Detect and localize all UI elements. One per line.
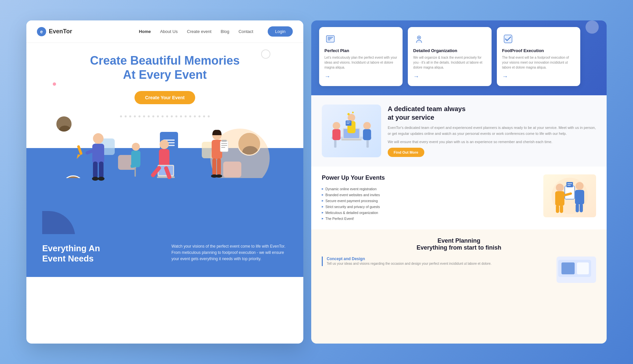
power-list: Dynamic online event registration Brande… <box>322 186 537 222</box>
card-title-1: Perfect Plan <box>324 48 397 53</box>
hero-section: ▶ Create Beautiful Memories At Every Eve… <box>26 43 303 234</box>
power-item-2: Branded event websites and invites <box>322 192 537 198</box>
bottom-right: Watch your visions of the perfect event … <box>171 243 287 262</box>
concept-title: Concept and Design <box>327 257 551 261</box>
svg-point-64 <box>556 184 564 192</box>
svg-rect-30 <box>221 147 225 148</box>
team-desc-2: We will ensure that every event you plan… <box>388 139 596 145</box>
nav-links: Home About Us Create event Blog Contact … <box>139 26 293 37</box>
svg-rect-74 <box>567 183 572 184</box>
svg-rect-47 <box>334 139 337 148</box>
card-arrow-3[interactable]: → <box>502 73 575 80</box>
svg-rect-27 <box>222 140 227 142</box>
ep-illustration <box>557 257 596 283</box>
svg-rect-53 <box>332 129 341 140</box>
svg-rect-73 <box>566 182 573 187</box>
svg-point-68 <box>576 182 584 190</box>
svg-rect-40 <box>328 37 333 38</box>
svg-point-44 <box>418 37 420 38</box>
svg-rect-57 <box>363 129 371 140</box>
svg-rect-79 <box>561 262 575 274</box>
feature-cards-section: Perfect Plan Let's meticulously plan the… <box>311 20 607 95</box>
nav-blog[interactable]: Blog <box>221 29 229 34</box>
svg-rect-72 <box>565 186 575 199</box>
svg-point-12 <box>92 177 99 181</box>
svg-rect-11 <box>99 162 104 178</box>
power-item-4: Strict security and privacy of guests <box>322 204 537 210</box>
power-title: Power Up Your Events <box>322 174 537 181</box>
hero-illustration <box>42 112 287 234</box>
concept-card: Concept and Design Tell us your ideas an… <box>322 257 551 266</box>
svg-rect-21 <box>157 176 175 178</box>
svg-rect-7 <box>62 178 286 211</box>
card-title-2: Detailed Organization <box>413 48 486 53</box>
nav-about[interactable]: About Us <box>160 29 177 34</box>
website-mockup: e EvenTor Home About Us Create event Blo… <box>26 20 303 344</box>
svg-rect-29 <box>221 145 227 146</box>
card-desc-2: We will organize & track the event preci… <box>413 55 486 70</box>
bottom-section: Everything AnEvent Needs Watch your visi… <box>26 234 303 277</box>
feature-card-1: Perfect Plan Let's meticulously plan the… <box>319 27 403 86</box>
svg-point-58 <box>347 113 350 115</box>
power-content: Power Up Your Events Dynamic online even… <box>322 174 537 222</box>
svg-rect-48 <box>367 139 369 148</box>
card-icon-3 <box>502 33 514 45</box>
bottom-title: Everything AnEvent Needs <box>42 243 158 264</box>
svg-rect-10 <box>93 162 98 178</box>
card-desc-3: The final event will be a foolproof exec… <box>502 55 575 70</box>
card-icon-1 <box>324 33 336 45</box>
svg-rect-61 <box>347 122 350 122</box>
power-illustration <box>543 174 596 217</box>
card-desc-1: Let's meticulously plan the perfect even… <box>324 55 397 70</box>
deco-blue-circle <box>586 20 599 34</box>
feature-card-3: FoolProof Execution The final event will… <box>497 27 580 86</box>
power-section: Power Up Your Events Dynamic online even… <box>311 167 607 229</box>
svg-rect-31 <box>212 158 216 175</box>
svg-rect-38 <box>135 167 136 177</box>
create-event-button[interactable]: Create Your Event <box>135 91 195 104</box>
svg-rect-80 <box>577 262 589 274</box>
nav-contact[interactable]: Contact <box>238 29 253 34</box>
svg-rect-75 <box>567 185 571 186</box>
svg-point-35 <box>132 143 140 151</box>
deco-pink <box>53 82 56 86</box>
svg-rect-66 <box>556 205 559 213</box>
illustration-people <box>62 119 286 211</box>
event-planning-title: Event PlanningEverything from start to f… <box>322 237 596 251</box>
hero-title: Create Beautiful Memories At Every Event <box>42 53 287 82</box>
find-out-button[interactable]: Find Out More <box>388 148 424 157</box>
svg-rect-69 <box>575 190 584 204</box>
svg-rect-70 <box>576 204 579 212</box>
logo[interactable]: e EvenTor <box>37 27 72 36</box>
svg-rect-9 <box>92 144 104 164</box>
power-item-5: Meticulous & detailed organization <box>322 210 537 216</box>
svg-rect-65 <box>555 191 564 206</box>
svg-point-13 <box>98 177 105 181</box>
svg-point-8 <box>93 133 104 144</box>
bottom-desc: Watch your visions of the perfect event … <box>171 243 287 262</box>
svg-rect-62 <box>347 123 349 124</box>
power-item-3: Secure event payment processing <box>322 198 537 204</box>
ep-bottom: Concept and Design Tell us your ideas an… <box>322 257 596 283</box>
svg-point-52 <box>333 122 340 130</box>
svg-rect-67 <box>560 205 563 213</box>
svg-rect-71 <box>580 204 583 212</box>
svg-rect-51 <box>341 139 361 140</box>
nav-create[interactable]: Create event <box>187 29 211 34</box>
svg-point-34 <box>216 174 222 178</box>
svg-point-56 <box>363 122 371 130</box>
team-illustration <box>322 105 381 157</box>
deco-circle-1 <box>261 49 270 59</box>
team-title: A dedicated team alwaysat your service <box>388 105 596 122</box>
card-arrow-2[interactable]: → <box>413 73 486 80</box>
logo-text: EvenTor <box>49 28 72 35</box>
team-desc-1: EvenTor's dedicated team of expert and e… <box>388 125 596 136</box>
login-button[interactable]: Login <box>268 26 293 37</box>
svg-rect-26 <box>220 141 228 152</box>
feature-card-2: Detailed Organization We will organize &… <box>408 27 491 86</box>
card-arrow-1[interactable]: → <box>324 73 397 80</box>
svg-rect-18 <box>159 149 169 167</box>
concept-desc: Tell us your ideas and visions regarding… <box>327 261 551 266</box>
svg-rect-28 <box>221 143 227 144</box>
nav-home[interactable]: Home <box>139 29 151 34</box>
